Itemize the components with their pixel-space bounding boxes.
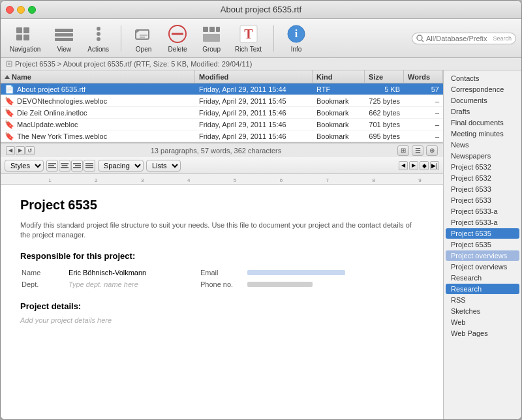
dept-label: Dept. [22,279,67,290]
table-row[interactable]: 🔖 MacUpdate.webloc Friday, April 29, 201… [1,119,443,130]
email-label: Email [200,267,246,278]
lists-select[interactable]: Lists [146,160,181,172]
tag-item[interactable]: Sketches [446,306,519,316]
tag-item[interactable]: Newspapers [446,151,519,161]
navigation-label: Navigation [10,46,40,53]
details-placeholder: Add your project details here [20,316,423,324]
close-button[interactable] [6,6,14,14]
tag-item[interactable]: Web [446,317,519,327]
tag-item[interactable]: Research [446,284,519,294]
svg-text:i: i [295,28,298,39]
breadcrumb: Project 6535 > About project 6535.rtf (R… [1,58,521,70]
file-name-text: Die Zeit Online.inetloc [17,109,87,117]
tag-item[interactable]: RSS [446,295,519,305]
tag-item[interactable]: Final documents [446,117,519,128]
table-row: Name Eric Böhnisch-Volkmann Email [22,267,422,278]
scroll-right-button[interactable]: ▶ [16,146,25,155]
tag-item[interactable]: Project overviews [446,250,519,261]
header-modified[interactable]: Modified [195,70,313,83]
file-size: 725 bytes [365,97,404,106]
right-sidebar: ContactsCorrespondenceDocumentsDraftsFin… [443,70,521,419]
status-text: 13 paragraphs, 57 words, 362 characters [151,147,282,155]
table-row[interactable]: 🔖 Die Zeit Online.inetloc Friday, April … [1,107,443,119]
view-button[interactable]: View [50,22,78,54]
file-icon: 🔖 [5,120,14,129]
scroll-refresh-button[interactable]: ↺ [25,146,35,155]
tag-item[interactable]: Project 6533-a [446,206,519,217]
tag-item[interactable]: Correspondence [446,84,519,95]
file-modified: Friday, April 29, 2011 15:46 [195,108,313,117]
navigation-button[interactable]: Navigation [6,22,44,54]
group-button[interactable]: Group [197,22,226,54]
document-content[interactable]: Project 6535 Modify this standard projec… [1,185,443,419]
align-justify-button[interactable] [84,160,95,172]
svg-rect-5 [55,33,73,37]
email-value [247,267,422,278]
navigation-icon [15,23,36,44]
table-row[interactable]: 📄 About project 6535.rtf Friday, April 2… [1,83,443,95]
open-label: Open [136,46,151,53]
document-subtitle: Modify this standard project file struct… [20,220,423,241]
tag-item[interactable]: Project overviews [446,262,519,272]
maximize-button[interactable] [28,6,36,14]
actions-label: Actions [87,46,109,53]
tag-item[interactable]: News [446,140,519,150]
tag-item[interactable]: Documents [446,95,519,106]
file-words: – [404,97,443,106]
spacing-select[interactable]: Spacing [98,160,144,172]
status-icon-3[interactable]: ⊕ [426,145,438,156]
status-icon-2[interactable]: ☰ [412,145,423,156]
align-center-button[interactable] [59,160,70,172]
delete-button[interactable]: Delete [163,22,192,54]
table-row[interactable]: 🔖 The New York Times.webloc Friday, Apri… [1,130,443,142]
tag-item[interactable]: Project 6533 [446,184,519,194]
tag-item[interactable]: Project 6535 [446,228,519,239]
search-bar[interactable]: Search [412,33,516,44]
tag-item[interactable]: Drafts [446,106,519,117]
table-row[interactable]: 🔖 DEVONtechnologies.webloc Friday, April… [1,95,443,107]
header-size[interactable]: Size [365,70,404,83]
tag-item[interactable]: Meeting minutes [446,128,519,139]
tag-item[interactable]: Contacts [446,73,519,83]
actions-button[interactable]: Actions [84,22,113,54]
file-modified: Friday, April 29, 2011 15:45 [195,97,313,106]
header-words[interactable]: Words [404,70,443,83]
view-label: View [57,46,72,53]
header-name[interactable]: Name [1,70,195,83]
ruler: 123456789 [1,174,443,185]
search-input[interactable] [426,35,491,42]
tag-item[interactable]: Project 6533-a [446,217,519,228]
open-button[interactable]: Open [129,22,158,54]
file-size: 5 KB [365,85,404,94]
svg-rect-6 [55,38,73,41]
status-icon-1[interactable]: ⊞ [397,145,409,156]
phone-value [247,279,422,290]
align-left-button[interactable] [46,160,58,172]
phone-label: Phone no. [200,279,246,290]
doc-nav-left[interactable]: ◀ [399,161,408,170]
tag-item[interactable]: Project 6533 [446,195,519,205]
doc-nav-right[interactable]: ▶ [409,161,418,170]
open-icon [133,23,154,44]
group-icon [201,23,222,44]
align-right-button[interactable] [71,160,83,172]
tag-item[interactable]: Project 6532 [446,162,519,172]
richtext-button[interactable]: T Rich Text [231,22,266,54]
format-toolbar: Styles Spacing [1,157,443,174]
file-icon: 📄 [5,85,14,94]
ruler-mark: 8 [350,177,397,184]
info-button[interactable]: i Info [282,22,311,54]
tag-item[interactable]: Project 6535 [446,239,519,250]
header-kind[interactable]: Kind [313,70,365,83]
file-size: 695 bytes [365,132,404,141]
tag-item[interactable]: Project 6532 [446,173,519,183]
ruler-mark: 2 [73,177,119,184]
scroll-left-button[interactable]: ◀ [6,146,15,155]
minimize-button[interactable] [17,6,25,14]
doc-nav-end[interactable]: ▶| [430,161,439,170]
styles-select[interactable]: Styles [5,160,44,172]
tag-item[interactable]: Research [446,273,519,283]
file-name-text: About project 6535.rtf [17,85,85,93]
tag-item[interactable]: Web Pages [446,328,519,338]
doc-nav-diamond[interactable]: ◆ [420,161,429,170]
